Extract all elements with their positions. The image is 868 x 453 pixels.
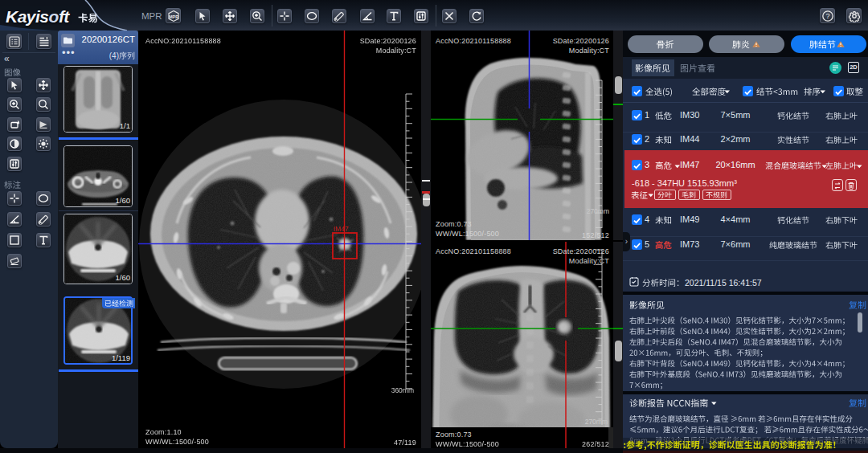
svg-text:270mm: 270mm xyxy=(585,418,608,426)
svg-text:IM47: IM47 xyxy=(334,225,349,233)
svg-text:MPR: MPR xyxy=(168,14,178,18)
svg-text:?: ? xyxy=(825,12,829,20)
svg-text:270mm: 270mm xyxy=(587,207,609,215)
svg-text:360mm: 360mm xyxy=(391,386,414,394)
